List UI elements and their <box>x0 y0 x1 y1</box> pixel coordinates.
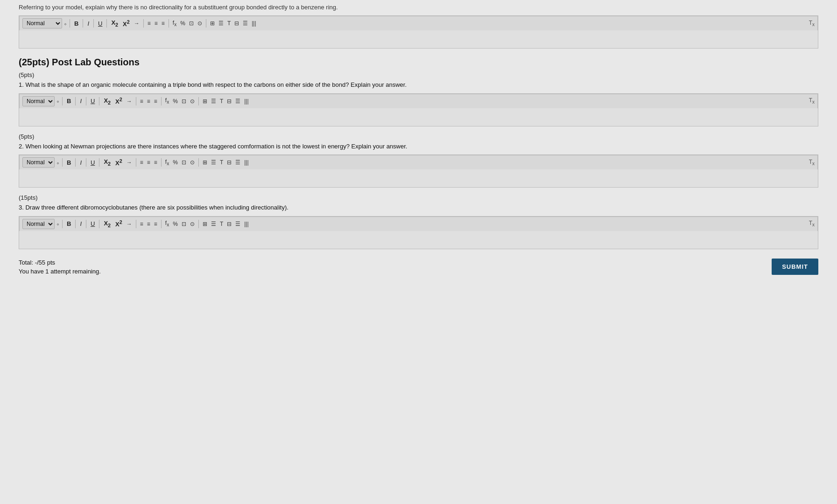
clear-1[interactable]: Tx <box>809 97 815 105</box>
align-right-0[interactable]: ≡ <box>161 20 166 27</box>
list-1[interactable]: ☰ <box>210 98 217 105</box>
bold-2[interactable]: B <box>65 159 72 167</box>
lines-3[interactable]: ☰ <box>234 221 241 227</box>
editor-body-3[interactable] <box>19 231 818 249</box>
align-center-3[interactable]: ≡ <box>146 221 151 227</box>
sep-3a <box>62 220 63 228</box>
align-left-1[interactable]: ≡ <box>139 98 144 105</box>
fx-0[interactable]: fx <box>172 20 177 27</box>
footer: Total: -/55 pts You have 1 attempt remai… <box>19 259 818 275</box>
list-0[interactable]: ☰ <box>218 20 225 27</box>
page-container: Referring to your model, explain why the… <box>0 0 837 504</box>
image-3[interactable]: ⊡ <box>181 221 187 227</box>
more-0[interactable]: ||| <box>251 20 257 27</box>
superscript-2[interactable]: X2 <box>114 158 124 167</box>
subscript-0[interactable]: X2 <box>110 19 120 28</box>
subscript-2[interactable]: X2 <box>102 158 112 167</box>
align-left-3[interactable]: ≡ <box>139 221 144 227</box>
link-0[interactable]: ⊙ <box>197 20 203 27</box>
lines-1[interactable]: ☰ <box>234 98 241 105</box>
table-2[interactable]: ⊞ <box>202 159 208 166</box>
more-1[interactable]: ||| <box>243 98 249 105</box>
fx-3[interactable]: fx <box>164 220 170 227</box>
image-2[interactable]: ⊡ <box>181 159 187 166</box>
block-0[interactable]: ⊟ <box>233 20 240 27</box>
table-1[interactable]: ⊞ <box>202 98 208 105</box>
sep-3f <box>161 220 162 228</box>
sep-0 <box>70 19 70 28</box>
align-center-2[interactable]: ≡ <box>146 159 151 166</box>
editor-body-1[interactable] <box>19 108 818 126</box>
bold-3[interactable]: B <box>65 220 72 228</box>
arrow-3[interactable]: → <box>126 221 133 227</box>
superscript-1[interactable]: X2 <box>114 96 124 105</box>
underline-3[interactable]: U <box>89 220 96 228</box>
T-0[interactable]: T <box>226 20 232 27</box>
submit-button[interactable]: SUBMIT <box>772 259 818 275</box>
link-1[interactable]: ⊙ <box>189 98 196 105</box>
arrow-0[interactable]: → <box>133 20 141 27</box>
lines-0[interactable]: ☰ <box>242 20 249 27</box>
T-2[interactable]: T <box>219 159 224 166</box>
italic-3[interactable]: I <box>78 220 83 228</box>
subscript-3[interactable]: X2 <box>102 219 112 229</box>
bold-1[interactable]: B <box>65 97 72 105</box>
clear-3[interactable]: Tx <box>809 220 815 227</box>
align-left-0[interactable]: ≡ <box>147 20 152 27</box>
percent-0[interactable]: % <box>179 20 186 27</box>
underline-1[interactable]: U <box>89 97 96 105</box>
style-select-3[interactable]: Normal <box>22 219 55 229</box>
superscript-3[interactable]: X2 <box>114 219 124 228</box>
percent-3[interactable]: % <box>172 221 179 227</box>
align-center-0[interactable]: ≡ <box>154 20 159 27</box>
bold-0[interactable]: B <box>73 20 80 28</box>
link-3[interactable]: ⊙ <box>189 221 196 227</box>
align-right-1[interactable]: ≡ <box>153 98 158 105</box>
style-select-2[interactable]: Normal <box>22 157 55 168</box>
subscript-1[interactable]: X2 <box>102 97 112 106</box>
style-select-0[interactable]: Normal Heading 1 Heading 2 <box>22 18 62 28</box>
arrow-1[interactable]: → <box>126 98 133 105</box>
underline-0[interactable]: U <box>97 20 104 28</box>
italic-2[interactable]: I <box>78 159 83 167</box>
italic-0[interactable]: I <box>86 20 91 28</box>
percent-1[interactable]: % <box>172 98 179 105</box>
more-2[interactable]: ||| <box>243 159 249 166</box>
underline-2[interactable]: U <box>89 159 96 167</box>
sep-2d <box>99 158 99 167</box>
fx-2[interactable]: fx <box>164 159 170 166</box>
T-1[interactable]: T <box>219 98 224 105</box>
block-2[interactable]: ⊟ <box>226 159 232 166</box>
percent-2[interactable]: % <box>172 159 179 166</box>
align-left-2[interactable]: ≡ <box>139 159 144 166</box>
clear-2[interactable]: Tx <box>809 159 815 166</box>
block-3[interactable]: ⊟ <box>226 221 232 227</box>
T-3[interactable]: T <box>219 221 224 227</box>
arrow-2[interactable]: → <box>126 159 133 166</box>
image-0[interactable]: ⊡ <box>188 20 195 27</box>
style-select-1[interactable]: Normal <box>22 96 55 106</box>
block-1[interactable]: ⊟ <box>226 98 232 105</box>
pts-label-1: (5pts) <box>19 71 818 78</box>
more-3[interactable]: ||| <box>243 221 249 227</box>
sep-2a <box>62 158 63 167</box>
superscript-0[interactable]: X2 <box>121 19 131 28</box>
list-3[interactable]: ☰ <box>210 221 217 227</box>
editor-body-2[interactable] <box>19 169 818 187</box>
table-3[interactable]: ⊞ <box>202 221 208 227</box>
sep-1g <box>198 97 199 105</box>
align-center-1[interactable]: ≡ <box>146 98 151 105</box>
lines-2[interactable]: ☰ <box>234 159 241 166</box>
sep-4 <box>143 19 144 28</box>
align-right-3[interactable]: ≡ <box>153 221 158 227</box>
list-2[interactable]: ☰ <box>210 159 217 166</box>
editor-body-0[interactable] <box>19 30 818 48</box>
sep-2c <box>86 158 86 167</box>
clear-0[interactable]: Tx <box>809 20 815 27</box>
link-2[interactable]: ⊙ <box>189 159 196 166</box>
fx-1[interactable]: fx <box>164 97 170 105</box>
table-0[interactable]: ⊞ <box>209 20 216 27</box>
align-right-2[interactable]: ≡ <box>153 159 158 166</box>
image-1[interactable]: ⊡ <box>181 98 187 105</box>
italic-1[interactable]: I <box>78 97 83 105</box>
